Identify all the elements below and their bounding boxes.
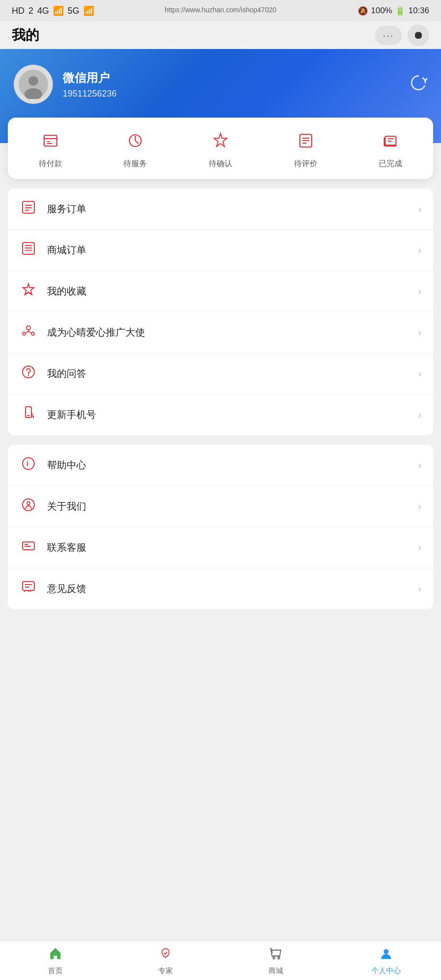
status-signals: HD 2 4G 📶 5G 📶 [12, 5, 94, 16]
bottom-navigation: 首页 专家 商城 个人中心 [0, 941, 441, 980]
pending-payment-label: 待付款 [39, 159, 62, 169]
shop-icon [269, 946, 283, 964]
order-item-pending-review[interactable]: 待评价 [294, 131, 318, 169]
update-phone-icon [20, 405, 37, 424]
avatar[interactable] [14, 65, 53, 104]
pending-confirm-label: 待确认 [209, 159, 232, 169]
mute-icon: 🔕 [358, 6, 368, 16]
svg-point-57 [384, 949, 389, 954]
battery-label: 100% [371, 6, 392, 16]
svg-point-53 [273, 957, 275, 959]
menu-item-ambassador[interactable]: 成为心晴爱心推广大使 › [8, 312, 433, 353]
page-title: 我的 [12, 26, 39, 45]
profile-phone: 19511256236 [63, 89, 117, 99]
nav-item-expert[interactable]: 专家 [146, 946, 185, 976]
profile-left: 微信用户 19511256236 [14, 65, 117, 104]
svg-rect-20 [23, 243, 34, 254]
svg-rect-16 [23, 201, 34, 213]
order-item-pending-payment[interactable]: 待付款 [39, 131, 62, 169]
menu-item-shop-order[interactable]: 商城订单 › [8, 230, 433, 271]
shop-label: 商城 [269, 966, 283, 976]
menu-item-contact[interactable]: 联系客服 › [8, 527, 433, 568]
completed-icon [381, 131, 400, 154]
chevron-right-icon: › [418, 286, 421, 297]
pending-payment-icon [41, 131, 60, 154]
svg-rect-3 [44, 135, 57, 146]
pending-review-icon [296, 131, 315, 154]
svg-point-45 [27, 502, 30, 505]
service-order-label: 服务订单 [47, 202, 418, 216]
more-button[interactable]: ··· [375, 26, 402, 45]
svg-point-28 [26, 326, 30, 330]
service-order-icon [20, 199, 37, 219]
order-item-completed[interactable]: 已完成 [379, 131, 402, 169]
profile-nav-label: 个人中心 [371, 966, 401, 976]
qa-label: 我的问答 [47, 367, 418, 380]
chevron-right-icon: › [418, 368, 421, 379]
shop-order-label: 商城订单 [47, 244, 418, 257]
menu-item-service-order[interactable]: 服务订单 › [8, 189, 433, 230]
pending-service-icon [126, 131, 145, 154]
status-right: 🔕 100% 🔋 10:36 [358, 6, 429, 16]
help-label: 帮助中心 [47, 459, 418, 472]
chevron-right-icon: › [418, 460, 421, 471]
qa-icon [20, 364, 37, 383]
nav-item-shop[interactable]: 商城 [256, 946, 295, 976]
svg-point-42 [23, 458, 34, 469]
pending-review-label: 待评价 [294, 159, 318, 169]
svg-text:i: i [26, 460, 28, 467]
url-bar: https://www.huzhan.com/ishop47020 [165, 6, 276, 14]
svg-rect-49 [23, 582, 34, 590]
favorites-icon [20, 282, 37, 301]
contact-icon [20, 538, 37, 557]
chevron-right-icon: › [418, 203, 421, 215]
contact-label: 联系客服 [47, 541, 418, 554]
ambassador-label: 成为心晴爱心推广大使 [47, 326, 418, 339]
time-label: 10:36 [408, 6, 429, 16]
svg-point-30 [31, 332, 34, 335]
chevron-right-icon: › [418, 583, 421, 594]
ambassador-icon [20, 323, 37, 342]
menu-item-about[interactable]: 关于我们 › [8, 486, 433, 527]
about-label: 关于我们 [47, 500, 418, 513]
profile-name: 微信用户 [63, 70, 117, 86]
menu-group-2: i 帮助中心 › 关于我们 › 联系客服 › [8, 445, 433, 609]
help-icon: i [20, 456, 37, 475]
menu-item-feedback[interactable]: 意见反馈 › [8, 568, 433, 609]
menu-item-update-phone[interactable]: 更新手机号 › [8, 394, 433, 435]
order-items: 待付款 待服务 待确认 [8, 131, 433, 169]
svg-marker-8 [214, 133, 227, 147]
refresh-icon[interactable] [410, 74, 427, 95]
pending-confirm-icon [211, 131, 230, 154]
expert-icon [158, 946, 173, 964]
update-phone-label: 更新手机号 [47, 408, 418, 421]
feedback-icon [20, 579, 37, 598]
nav-item-home[interactable]: 首页 [36, 946, 75, 976]
svg-point-54 [278, 957, 280, 959]
favorites-label: 我的收藏 [47, 285, 418, 298]
chevron-right-icon: › [418, 501, 421, 512]
svg-point-1 [28, 76, 38, 86]
expert-label: 专家 [158, 966, 173, 976]
pending-service-label: 待服务 [123, 159, 147, 169]
home-icon [48, 946, 63, 964]
battery-icon: 🔋 [395, 6, 405, 16]
menu-item-favorites[interactable]: 我的收藏 › [8, 271, 433, 312]
shop-order-icon [20, 241, 37, 260]
menu-item-qa[interactable]: 我的问答 › [8, 353, 433, 394]
nav-item-profile[interactable]: 个人中心 [367, 946, 406, 976]
order-item-pending-confirm[interactable]: 待确认 [209, 131, 232, 169]
completed-label: 已完成 [379, 159, 402, 169]
profile-info: 微信用户 19511256236 [63, 70, 117, 99]
svg-point-36 [28, 375, 29, 376]
status-bar: HD 2 4G 📶 5G 📶 https://www.huzhan.com/is… [0, 0, 441, 22]
header: 我的 ··· ⏺ [0, 22, 441, 49]
chevron-right-icon: › [418, 542, 421, 553]
record-button[interactable]: ⏺ [408, 24, 429, 46]
profile-icon [379, 946, 393, 964]
svg-line-31 [25, 332, 27, 334]
order-item-pending-service[interactable]: 待服务 [123, 131, 147, 169]
menu-item-help[interactable]: i 帮助中心 › [8, 445, 433, 486]
feedback-label: 意见反馈 [47, 582, 418, 595]
menu-group-1: 服务订单 › 商城订单 › 我的收藏 › [8, 189, 433, 435]
